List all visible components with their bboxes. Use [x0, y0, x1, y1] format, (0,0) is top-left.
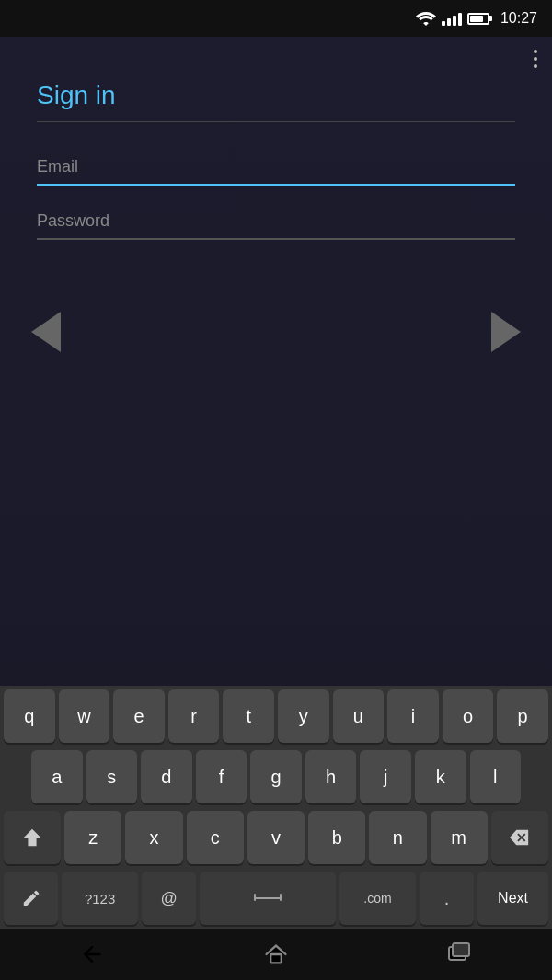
status-bar: 10:27 [0, 0, 552, 37]
recents-nav-icon [447, 941, 473, 967]
svg-rect-1 [254, 894, 256, 901]
wifi-icon [416, 11, 436, 26]
nav-arrows-area [0, 277, 552, 387]
key-r[interactable]: r [168, 689, 220, 743]
overflow-dot-1 [534, 50, 537, 53]
keyboard-row-1: q w e r t y u i o p [0, 686, 552, 746]
key-c[interactable]: c [187, 811, 244, 864]
key-y[interactable]: y [278, 689, 329, 743]
signin-title: Sign in [37, 81, 515, 110]
key-m[interactable]: m [431, 811, 488, 864]
key-t[interactable]: t [223, 689, 274, 743]
email-input[interactable] [37, 150, 515, 186]
recents-nav-button[interactable] [447, 941, 473, 967]
key-a[interactable]: a [31, 750, 83, 803]
key-w[interactable]: w [59, 689, 110, 743]
keyboard-row-3: z x c v b n m [0, 807, 552, 868]
key-b[interactable]: b [308, 811, 365, 864]
email-form-group [37, 150, 515, 186]
home-nav-icon [263, 941, 289, 967]
at-key[interactable]: @ [142, 872, 196, 925]
signin-section: Sign in [0, 81, 552, 277]
shift-key[interactable] [4, 811, 61, 864]
key-l[interactable]: l [470, 750, 522, 803]
back-nav-icon [79, 941, 105, 967]
password-form-group [37, 204, 515, 240]
delete-key[interactable] [491, 811, 548, 864]
overflow-menu-button[interactable] [534, 50, 537, 68]
svg-rect-3 [270, 954, 282, 963]
period-key[interactable]: . [420, 872, 474, 925]
signal-icon [442, 11, 462, 26]
key-z[interactable]: z [64, 811, 121, 864]
key-e[interactable]: e [113, 689, 165, 743]
left-arrow-icon [31, 312, 61, 352]
key-v[interactable]: v [247, 811, 305, 864]
forward-arrow-button[interactable] [478, 304, 534, 359]
space-key[interactable] [200, 872, 336, 925]
overflow-dot-3 [534, 64, 537, 68]
keyboard-row-2: a s d f g h j k l [0, 746, 552, 807]
keyboard: q w e r t y u i o p a s d f g h j k l [0, 686, 552, 980]
key-s[interactable]: s [86, 750, 138, 803]
key-g[interactable]: g [250, 750, 302, 803]
bottom-nav [0, 929, 552, 980]
numbers-key[interactable]: ?123 [62, 872, 138, 925]
right-arrow-icon [491, 312, 521, 352]
top-bar [0, 37, 552, 81]
overflow-dot-2 [534, 57, 537, 61]
status-icons: 10:27 [416, 10, 537, 27]
svg-rect-2 [280, 894, 282, 901]
home-nav-button[interactable] [263, 941, 289, 967]
key-n[interactable]: n [369, 811, 426, 864]
password-input[interactable] [37, 204, 515, 240]
key-k[interactable]: k [415, 750, 466, 803]
key-d[interactable]: d [141, 750, 192, 803]
status-time: 10:27 [500, 10, 537, 27]
title-divider [37, 121, 515, 122]
key-q[interactable]: q [4, 689, 55, 743]
dotcom-key[interactable]: .com [339, 872, 416, 925]
next-key[interactable]: Next [477, 872, 548, 925]
battery-icon [467, 13, 489, 25]
key-p[interactable]: p [497, 689, 548, 743]
key-f[interactable]: f [196, 750, 247, 803]
key-h[interactable]: h [305, 750, 357, 803]
key-o[interactable]: o [443, 689, 494, 743]
handwriting-key[interactable] [4, 872, 58, 925]
back-arrow-button[interactable] [18, 304, 74, 359]
back-nav-button[interactable] [79, 941, 105, 967]
svg-rect-5 [453, 943, 469, 956]
keyboard-row-4: ?123 @ .com . Next [0, 868, 552, 929]
key-u[interactable]: u [333, 689, 385, 743]
app-area: Sign in q w e r t y u i o p [0, 37, 552, 980]
key-i[interactable]: i [387, 689, 439, 743]
key-j[interactable]: j [360, 750, 411, 803]
svg-rect-0 [254, 897, 282, 899]
key-x[interactable]: x [125, 811, 182, 864]
